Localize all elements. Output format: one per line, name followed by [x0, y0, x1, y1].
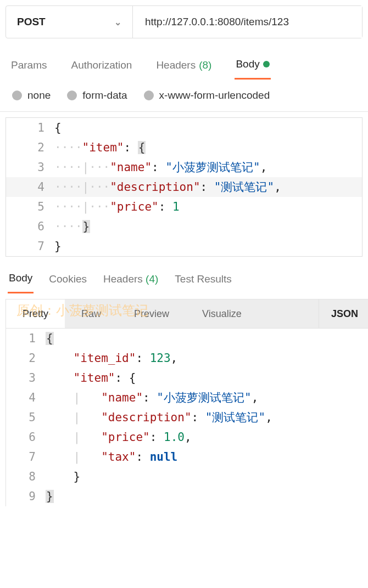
line-number: 1: [6, 332, 46, 345]
code-content: | "name": "小菠萝测试笔记",: [46, 390, 368, 405]
tab-body[interactable]: Body: [235, 54, 270, 80]
response-headers-count: (4): [146, 273, 158, 285]
radio-none-label: none: [27, 89, 51, 101]
code-content: | "price": 1.0,: [46, 431, 368, 444]
request-body-editor[interactable]: 1 { 2 ·​·​·​·"item": { 3 ·​·​·​·​|·​·​·​…: [5, 117, 363, 257]
radio-none[interactable]: none: [12, 89, 51, 101]
line-number: 3: [6, 161, 54, 174]
line-number: 2: [6, 352, 46, 365]
line-number: 8: [6, 470, 46, 483]
radio-icon: [144, 91, 154, 100]
view-mode-preview[interactable]: Preview: [118, 299, 186, 328]
code-content: ·​·​·​·​|·​·​·​"price": 1: [54, 200, 362, 213]
code-content: }: [46, 490, 368, 503]
code-content: | "tax": null: [46, 450, 368, 463]
code-content: ·​·​·​·​|·​·​·​"description": "测试笔记",: [54, 179, 362, 195]
line-number: 7: [6, 450, 46, 463]
response-tab-headers-label: Headers: [103, 273, 143, 285]
view-mode-bar: Pretty Raw Preview Visualize JSON: [5, 299, 368, 329]
view-mode-visualize[interactable]: Visualize: [186, 299, 258, 328]
code-content: ·​·​·​·}: [54, 220, 362, 233]
code-content: }: [54, 240, 362, 253]
headers-count: (8): [199, 59, 211, 71]
url-input[interactable]: [132, 6, 362, 38]
method-label: POST: [17, 16, 46, 28]
radio-formdata-label: form-data: [82, 89, 127, 101]
code-content: {: [46, 332, 368, 345]
line-number: 7: [6, 240, 54, 253]
response-tab-headers[interactable]: Headers (4): [102, 269, 159, 293]
response-tab-test-results[interactable]: Test Results: [174, 269, 232, 293]
code-content: ·​·​·​·​|·​·​·​"name": "小菠萝测试笔记",: [54, 160, 362, 175]
method-select[interactable]: POST ⌄: [6, 16, 132, 28]
tab-headers[interactable]: Headers (8): [155, 55, 213, 79]
response-tab-cookies[interactable]: Cookies: [48, 269, 88, 293]
tab-authorization[interactable]: Authorization: [70, 55, 133, 79]
code-content: }: [46, 470, 368, 483]
request-tabs: Params Authorization Headers (8) Body: [0, 44, 368, 80]
line-number: 4: [6, 180, 54, 194]
tab-headers-label: Headers: [156, 59, 196, 71]
tab-body-label: Body: [236, 58, 259, 70]
line-number: 5: [6, 411, 46, 424]
code-content: {: [54, 121, 362, 134]
line-number: 2: [6, 141, 54, 154]
view-mode-raw[interactable]: Raw: [65, 299, 118, 328]
tab-params[interactable]: Params: [10, 55, 48, 79]
code-content: | "description": "测试笔记",: [46, 410, 368, 425]
line-number: 6: [6, 220, 54, 233]
radio-icon: [12, 91, 22, 100]
response-tabs: Body Cookies Headers (4) Test Results: [0, 262, 368, 293]
code-content: "item_id": 123,: [46, 352, 368, 365]
body-indicator-dot-icon: [263, 61, 270, 67]
code-content: "item": {: [46, 371, 368, 385]
line-number: 1: [6, 121, 54, 134]
radio-x-www-form-urlencoded[interactable]: x-www-form-urlencoded: [144, 89, 270, 101]
line-number: 6: [6, 431, 46, 444]
line-number: 3: [6, 371, 46, 385]
format-select-json[interactable]: JSON: [319, 299, 368, 328]
line-number: 9: [6, 490, 46, 503]
chevron-down-icon: ⌄: [114, 17, 121, 27]
view-mode-pretty[interactable]: Pretty: [6, 299, 65, 328]
body-type-row: none form-data x-www-form-urlencoded: [0, 80, 368, 112]
radio-icon: [67, 91, 77, 100]
response-body-viewer[interactable]: 1 { 2 "item_id": 123, 3 "item": { 4 | "n…: [5, 329, 368, 506]
response-tab-body[interactable]: Body: [8, 268, 34, 293]
request-bar: POST ⌄: [5, 5, 363, 38]
radio-form-data[interactable]: form-data: [67, 89, 127, 101]
line-number: 5: [6, 200, 54, 213]
radio-urlencoded-label: x-www-form-urlencoded: [159, 89, 270, 101]
code-content: ·​·​·​·"item": {: [54, 141, 362, 154]
line-number: 4: [6, 391, 46, 404]
